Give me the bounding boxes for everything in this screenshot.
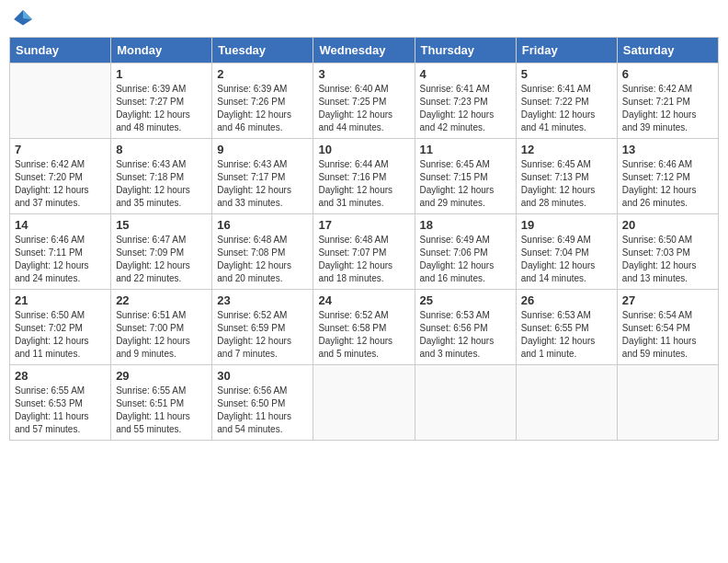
day-info: Sunrise: 6:43 AMSunset: 7:18 PMDaylight:… [116, 158, 207, 210]
day-number: 20 [622, 218, 713, 232]
day-info: Sunrise: 6:52 AMSunset: 6:59 PMDaylight:… [217, 309, 308, 361]
day-info: Sunrise: 6:53 AMSunset: 6:56 PMDaylight:… [420, 309, 511, 361]
day-number: 9 [217, 143, 308, 156]
day-number: 3 [318, 67, 409, 81]
calendar-cell: 15Sunrise: 6:47 AMSunset: 7:09 PMDayligh… [111, 214, 212, 290]
day-info: Sunrise: 6:47 AMSunset: 7:09 PMDaylight:… [116, 234, 207, 285]
day-info: Sunrise: 6:53 AMSunset: 6:55 PMDaylight:… [521, 309, 612, 361]
day-info: Sunrise: 6:50 AMSunset: 7:02 PMDaylight:… [15, 309, 106, 361]
calendar-cell: 12Sunrise: 6:45 AMSunset: 7:13 PMDayligh… [516, 139, 617, 214]
day-info: Sunrise: 6:55 AMSunset: 6:53 PMDaylight:… [15, 385, 106, 436]
day-info: Sunrise: 6:42 AMSunset: 7:21 PMDaylight:… [622, 83, 713, 134]
day-number: 30 [217, 369, 308, 383]
day-info: Sunrise: 6:48 AMSunset: 7:08 PMDaylight:… [217, 234, 308, 285]
calendar-cell: 11Sunrise: 6:45 AMSunset: 7:15 PMDayligh… [415, 139, 516, 214]
day-info: Sunrise: 6:41 AMSunset: 7:23 PMDaylight:… [420, 83, 511, 134]
calendar-cell: 2Sunrise: 6:39 AMSunset: 7:26 PMDaylight… [212, 63, 313, 139]
day-number: 1 [116, 67, 207, 81]
day-info: Sunrise: 6:49 AMSunset: 7:06 PMDaylight:… [420, 234, 511, 285]
day-info: Sunrise: 6:56 AMSunset: 6:50 PMDaylight:… [217, 385, 308, 436]
logo-icon [13, 9, 33, 29]
day-number: 18 [420, 218, 511, 232]
day-number: 16 [217, 218, 308, 232]
svg-marker-1 [23, 10, 32, 19]
calendar-cell: 24Sunrise: 6:52 AMSunset: 6:58 PMDayligh… [313, 290, 415, 365]
day-number: 22 [116, 293, 207, 307]
day-number: 26 [521, 293, 612, 307]
calendar-cell: 4Sunrise: 6:41 AMSunset: 7:23 PMDaylight… [415, 63, 516, 139]
day-number: 17 [318, 218, 409, 232]
day-number: 29 [116, 369, 207, 383]
day-number: 4 [420, 67, 511, 81]
day-number: 28 [15, 369, 106, 383]
day-info: Sunrise: 6:49 AMSunset: 7:04 PMDaylight:… [521, 234, 612, 285]
day-number: 14 [15, 218, 106, 232]
day-number: 8 [116, 143, 207, 156]
weekday-header-saturday: Saturday [617, 38, 718, 63]
day-info: Sunrise: 6:39 AMSunset: 7:26 PMDaylight:… [217, 83, 308, 134]
day-info: Sunrise: 6:46 AMSunset: 7:12 PMDaylight:… [622, 158, 713, 210]
weekday-header-wednesday: Wednesday [313, 38, 415, 63]
week-row-4: 21Sunrise: 6:50 AMSunset: 7:02 PMDayligh… [10, 290, 719, 365]
week-row-3: 14Sunrise: 6:46 AMSunset: 7:11 PMDayligh… [10, 214, 719, 290]
day-info: Sunrise: 6:44 AMSunset: 7:16 PMDaylight:… [318, 158, 409, 210]
calendar-cell: 28Sunrise: 6:55 AMSunset: 6:53 PMDayligh… [10, 365, 111, 441]
calendar-cell: 21Sunrise: 6:50 AMSunset: 7:02 PMDayligh… [10, 290, 111, 365]
calendar-cell: 18Sunrise: 6:49 AMSunset: 7:06 PMDayligh… [415, 214, 516, 290]
calendar-cell: 25Sunrise: 6:53 AMSunset: 6:56 PMDayligh… [415, 290, 516, 365]
calendar-header-row: SundayMondayTuesdayWednesdayThursdayFrid… [10, 38, 719, 63]
day-info: Sunrise: 6:45 AMSunset: 7:13 PMDaylight:… [521, 158, 612, 210]
day-number: 25 [420, 293, 511, 307]
calendar-cell: 17Sunrise: 6:48 AMSunset: 7:07 PMDayligh… [313, 214, 415, 290]
day-info: Sunrise: 6:54 AMSunset: 6:54 PMDaylight:… [622, 309, 713, 361]
calendar-cell: 14Sunrise: 6:46 AMSunset: 7:11 PMDayligh… [10, 214, 111, 290]
calendar-cell: 3Sunrise: 6:40 AMSunset: 7:25 PMDaylight… [313, 63, 415, 139]
calendar-cell: 8Sunrise: 6:43 AMSunset: 7:18 PMDaylight… [111, 139, 212, 214]
day-info: Sunrise: 6:52 AMSunset: 6:58 PMDaylight:… [318, 309, 409, 361]
logo [13, 9, 37, 29]
day-info: Sunrise: 6:55 AMSunset: 6:51 PMDaylight:… [116, 385, 207, 436]
week-row-2: 7Sunrise: 6:42 AMSunset: 7:20 PMDaylight… [10, 139, 719, 214]
calendar-cell: 9Sunrise: 6:43 AMSunset: 7:17 PMDaylight… [212, 139, 313, 214]
calendar-cell: 19Sunrise: 6:49 AMSunset: 7:04 PMDayligh… [516, 214, 617, 290]
day-number: 23 [217, 293, 308, 307]
day-info: Sunrise: 6:40 AMSunset: 7:25 PMDaylight:… [318, 83, 409, 134]
calendar-cell [10, 63, 111, 139]
day-number: 7 [15, 143, 106, 156]
calendar-cell: 26Sunrise: 6:53 AMSunset: 6:55 PMDayligh… [516, 290, 617, 365]
day-info: Sunrise: 6:45 AMSunset: 7:15 PMDaylight:… [420, 158, 511, 210]
calendar-cell: 6Sunrise: 6:42 AMSunset: 7:21 PMDaylight… [617, 63, 718, 139]
calendar-cell: 30Sunrise: 6:56 AMSunset: 6:50 PMDayligh… [212, 365, 313, 441]
calendar-cell: 29Sunrise: 6:55 AMSunset: 6:51 PMDayligh… [111, 365, 212, 441]
day-info: Sunrise: 6:39 AMSunset: 7:27 PMDaylight:… [116, 83, 207, 134]
day-number: 10 [318, 143, 409, 156]
day-info: Sunrise: 6:43 AMSunset: 7:17 PMDaylight:… [217, 158, 308, 210]
weekday-header-sunday: Sunday [10, 38, 111, 63]
calendar: SundayMondayTuesdayWednesdayThursdayFrid… [9, 37, 719, 441]
weekday-header-tuesday: Tuesday [212, 38, 313, 63]
day-number: 21 [15, 293, 106, 307]
weekday-header-friday: Friday [516, 38, 617, 63]
weekday-header-monday: Monday [111, 38, 212, 63]
calendar-cell: 13Sunrise: 6:46 AMSunset: 7:12 PMDayligh… [617, 139, 718, 214]
day-number: 15 [116, 218, 207, 232]
day-number: 24 [318, 293, 409, 307]
day-number: 6 [622, 67, 713, 81]
calendar-cell: 23Sunrise: 6:52 AMSunset: 6:59 PMDayligh… [212, 290, 313, 365]
day-number: 19 [521, 218, 612, 232]
calendar-cell: 20Sunrise: 6:50 AMSunset: 7:03 PMDayligh… [617, 214, 718, 290]
week-row-5: 28Sunrise: 6:55 AMSunset: 6:53 PMDayligh… [10, 365, 719, 441]
calendar-cell [313, 365, 415, 441]
calendar-cell: 10Sunrise: 6:44 AMSunset: 7:16 PMDayligh… [313, 139, 415, 214]
calendar-cell [516, 365, 617, 441]
day-number: 27 [622, 293, 713, 307]
calendar-cell: 7Sunrise: 6:42 AMSunset: 7:20 PMDaylight… [10, 139, 111, 214]
calendar-cell [415, 365, 516, 441]
day-number: 11 [420, 143, 511, 156]
calendar-cell: 16Sunrise: 6:48 AMSunset: 7:08 PMDayligh… [212, 214, 313, 290]
calendar-cell [617, 365, 718, 441]
day-info: Sunrise: 6:48 AMSunset: 7:07 PMDaylight:… [318, 234, 409, 285]
day-number: 5 [521, 67, 612, 81]
day-number: 13 [622, 143, 713, 156]
header [9, 9, 719, 29]
